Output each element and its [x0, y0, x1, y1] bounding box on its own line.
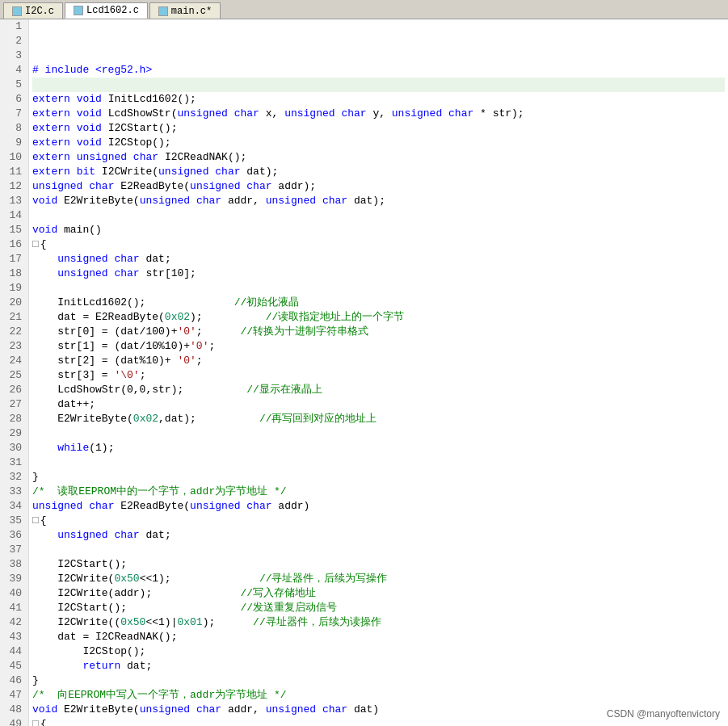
- token-plain: dat);: [347, 194, 385, 208]
- line-number: 36: [6, 528, 22, 543]
- line-number: 2: [6, 34, 22, 48]
- token-plain: ;: [196, 325, 241, 339]
- token-plain: <<1);: [140, 572, 259, 586]
- token-kw: char: [341, 107, 366, 121]
- code-line: InitLcd1602(); //初始化液晶: [32, 296, 725, 310]
- token-plain: [190, 194, 196, 208]
- token-comment-cn: /* 向EEPROM中写入一个字节，addr为字节地址 */: [32, 688, 287, 703]
- token-kw: void: [77, 121, 102, 136]
- code-line: [32, 426, 725, 441]
- token-plain: str[1] = (dat/10%10)+: [32, 339, 190, 354]
- token-kw: unsigned: [190, 179, 240, 194]
- token-plain: str[2] = (dat%10)+: [32, 354, 177, 368]
- token-kw: char: [322, 194, 347, 208]
- token-kw: unsigned: [158, 165, 208, 179]
- fold-button[interactable]: □: [32, 514, 39, 528]
- tab-i2c-c[interactable]: I2C.c: [3, 2, 63, 19]
- line-number: 29: [6, 426, 22, 441]
- token-plain: [108, 528, 115, 543]
- token-plain: }: [32, 674, 39, 688]
- token-plain: LcdShowStr(: [102, 107, 178, 121]
- token-plain: str[3] =: [32, 368, 114, 383]
- code-line: dat++;: [32, 397, 725, 412]
- editor-wrapper: 1234567891011121314151617181920212223242…: [0, 19, 728, 726]
- token-kw: unsigned: [266, 194, 316, 208]
- token-plain: E2ReadByte(: [114, 499, 190, 514]
- code-line: unsigned char E2ReadByte(unsigned char a…: [32, 179, 725, 194]
- token-kw: char: [448, 107, 473, 121]
- token-plain: }: [32, 470, 39, 485]
- token-plain: E2WriteByte(: [57, 194, 139, 208]
- token-plain: dat++;: [32, 397, 95, 412]
- tab-label: Lcd1602.c: [86, 5, 139, 16]
- line-number: 5: [6, 78, 22, 92]
- token-plain: [32, 252, 57, 266]
- token-plain: dat = I2CReadNAK();: [32, 630, 177, 644]
- line-number: 22: [6, 325, 22, 339]
- line-number: 30: [6, 441, 22, 455]
- tab-lcd1602-c[interactable]: Lcd1602.c: [65, 2, 148, 19]
- token-plain: [70, 150, 77, 165]
- code-line: extern unsigned char I2CReadNAK();: [32, 150, 725, 165]
- token-plain: [32, 266, 57, 281]
- token-kw: char: [196, 703, 221, 717]
- token-kw: char: [114, 252, 139, 266]
- token-plain: [241, 179, 247, 194]
- code-line: dat = I2CReadNAK();: [32, 630, 725, 644]
- token-plain: I2CStart();: [32, 557, 127, 572]
- line-number: 28: [6, 412, 22, 426]
- token-kw: unsigned: [284, 107, 335, 121]
- code-line: void E2WriteByte(unsigned char addr, uns…: [32, 194, 725, 208]
- token-kw: bit: [77, 165, 95, 179]
- token-kw: char: [234, 107, 259, 121]
- line-number: 16: [6, 237, 22, 252]
- token-kw: char: [89, 179, 114, 194]
- code-line: I2CStart(); //发送重复启动信号: [32, 601, 725, 615]
- code-line: I2CStart();: [32, 557, 725, 572]
- token-plain: [190, 703, 196, 717]
- token-kw: extern: [32, 121, 70, 136]
- token-plain: y,: [367, 107, 392, 121]
- code-area[interactable]: 1234567891011121314151617181920212223242…: [0, 19, 728, 726]
- token-kw: extern: [32, 92, 70, 107]
- token-hex: 0x01: [177, 615, 202, 630]
- token-plain: addr,: [221, 703, 266, 717]
- token-kw: char: [215, 165, 240, 179]
- token-kw: char: [133, 150, 158, 165]
- code-line: }: [32, 470, 725, 485]
- token-hex: 0x50: [114, 572, 139, 586]
- line-number: 32: [6, 470, 22, 485]
- fold-button[interactable]: □: [32, 717, 39, 726]
- token-plain: ,dat);: [158, 412, 259, 426]
- token-plain: {: [40, 237, 47, 252]
- code-line: I2CStop();: [32, 644, 725, 659]
- token-plain: E2ReadByte(: [114, 179, 190, 194]
- token-kw: char: [196, 194, 221, 208]
- code-line: [32, 208, 725, 223]
- code-line: dat = E2ReadByte(0x02); //读取指定地址上的一个字节: [32, 310, 725, 325]
- tab-bar: I2C.cLcd1602.cmain.c*: [0, 0, 728, 19]
- token-kw: char: [322, 703, 347, 717]
- line-number: 49: [6, 717, 22, 726]
- code-line: I2CWrite(addr); //写入存储地址: [32, 586, 725, 601]
- code-line: extern bit I2CWrite(unsigned char dat);: [32, 165, 725, 179]
- fold-button[interactable]: □: [32, 237, 39, 252]
- code-line: str[3] = '\0';: [32, 368, 725, 383]
- code-line: LcdShowStr(0,0,str); //显示在液晶上: [32, 383, 725, 397]
- token-plain: [316, 194, 322, 208]
- line-number: 43: [6, 630, 22, 644]
- token-plain: [70, 121, 77, 136]
- token-kw: unsigned: [266, 703, 316, 717]
- token-kw: unsigned: [140, 194, 190, 208]
- line-number: 21: [6, 310, 22, 325]
- token-plain: I2CWrite(addr);: [32, 586, 240, 601]
- line-number: 7: [6, 107, 22, 121]
- tab-main-c-[interactable]: main.c*: [149, 2, 221, 19]
- token-plain: * str);: [473, 107, 524, 121]
- token-comment-cn: //发送重复启动信号: [240, 601, 337, 615]
- line-number: 19: [6, 281, 22, 296]
- token-plain: I2CStart();: [32, 601, 240, 615]
- code-line: str[1] = (dat/10%10)+'0';: [32, 339, 725, 354]
- tab-label: main.c*: [171, 6, 212, 17]
- token-plain: );: [203, 615, 253, 630]
